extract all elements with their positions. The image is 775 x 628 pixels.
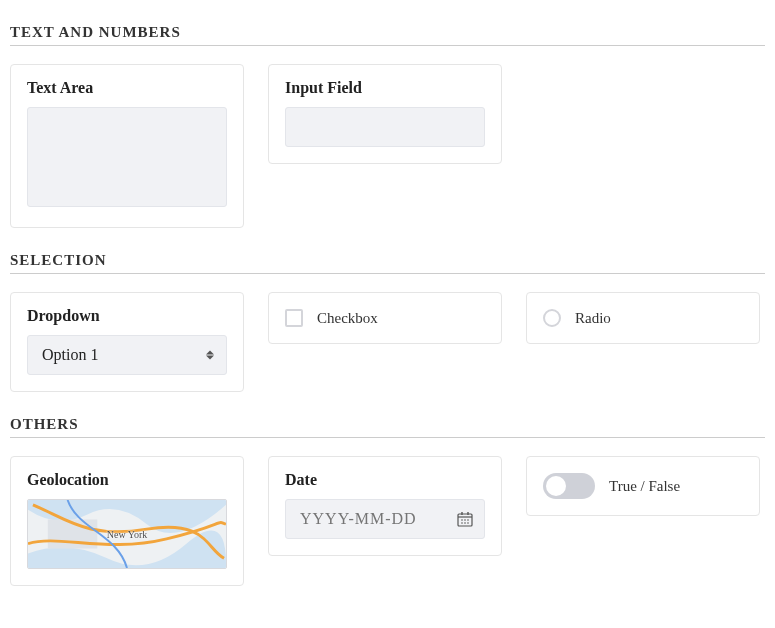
label-toggle: True / False [609,478,680,495]
section-title-selection: SELECTION [10,248,765,274]
label-date: Date [285,471,485,489]
card-dropdown: Dropdown Option 1 [10,292,244,392]
input-field[interactable] [285,107,485,147]
map-thumbnail[interactable]: New York [27,499,227,569]
text-area-input[interactable] [27,107,227,207]
label-input-field: Input Field [285,79,485,97]
card-radio: Radio [526,292,760,344]
sort-icon [206,351,214,360]
label-checkbox: Checkbox [317,310,378,327]
label-text-area: Text Area [27,79,227,97]
label-dropdown: Dropdown [27,307,227,325]
card-input-field: Input Field [268,64,502,164]
row-text-and-numbers: Text Area Input Field [10,64,765,228]
card-geolocation: Geolocation New York [10,456,244,586]
toggle-switch[interactable] [543,473,595,499]
dropdown-select[interactable]: Option 1 [27,335,227,375]
row-others: Geolocation New York Date [10,456,765,586]
checkbox-input[interactable] [285,309,303,327]
section-title-text-and-numbers: TEXT AND NUMBERS [10,20,765,46]
dropdown-selected-value: Option 1 [42,346,98,364]
radio-input[interactable] [543,309,561,327]
card-date: Date [268,456,502,556]
section-title-others: OTHERS [10,412,765,438]
toggle-knob [546,476,566,496]
card-checkbox: Checkbox [268,292,502,344]
date-input[interactable] [285,499,485,539]
card-toggle: True / False [526,456,760,516]
row-selection: Dropdown Option 1 Checkbox Radio [10,292,765,392]
card-text-area: Text Area [10,64,244,228]
label-geolocation: Geolocation [27,471,227,489]
label-radio: Radio [575,310,611,327]
